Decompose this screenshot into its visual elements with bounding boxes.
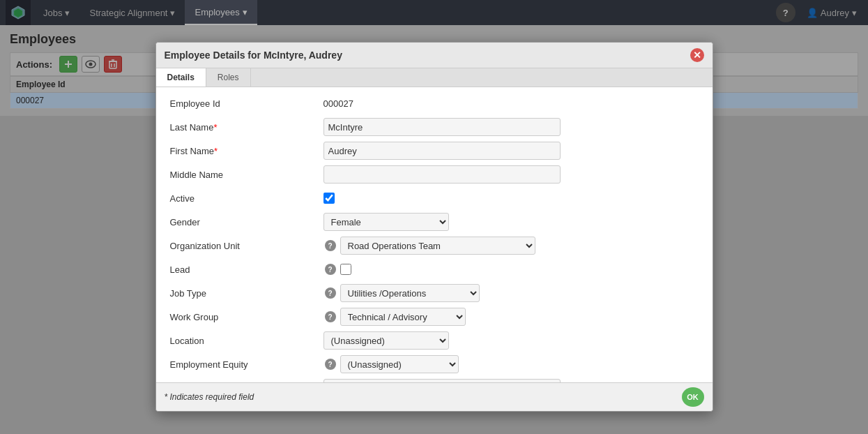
field-work-group: Work Group ? Technical / Advisory <box>170 308 699 326</box>
field-lead: Lead ? <box>170 260 699 278</box>
label-middle-name: Middle Name <box>170 170 323 180</box>
field-middle-name: Middle Name <box>170 165 699 184</box>
select-location[interactable]: (Unassigned) <box>323 331 449 350</box>
modal-title: Employee Details for McIntyre, Audrey <box>165 50 342 61</box>
select-gender[interactable]: Female Male Other <box>323 213 449 231</box>
field-last-name: Last Name* <box>170 118 699 136</box>
modal-body: Employee Id 000027 Last Name* First Name… <box>156 87 713 382</box>
tab-roles[interactable]: Roles <box>206 68 251 87</box>
checkbox-active[interactable] <box>323 193 335 204</box>
label-employment-equity: Employment Equity <box>170 359 323 370</box>
label-gender: Gender <box>170 217 323 227</box>
help-job-type-icon[interactable]: ? <box>325 287 336 299</box>
tab-details[interactable]: Details <box>156 68 206 87</box>
label-location: Location <box>170 336 323 346</box>
help-lead: ? <box>323 264 337 275</box>
input-last-name[interactable] <box>323 118 561 136</box>
help-org-unit: ? <box>323 240 337 251</box>
modal-footer: * Indicates required field OK <box>156 382 713 411</box>
help-employment-equity-icon[interactable]: ? <box>325 359 336 370</box>
label-last-name: Last Name* <box>170 122 323 133</box>
help-org-unit-icon[interactable]: ? <box>325 240 336 251</box>
label-job-type: Job Type <box>170 288 323 299</box>
modal-close-button[interactable]: ✕ <box>690 48 704 62</box>
label-lead: Lead <box>170 264 323 275</box>
field-location: Location (Unassigned) <box>170 331 699 350</box>
field-job-type: Job Type ? Utilities /Operations <box>170 284 699 302</box>
field-first-name: First Name* <box>170 142 699 160</box>
select-org-unit[interactable]: Road Operations Team <box>340 237 535 255</box>
help-employment-equity: ? <box>323 359 337 370</box>
modal-tabs: Details Roles <box>156 68 713 87</box>
value-employee-id: 000027 <box>323 98 353 109</box>
help-lead-icon[interactable]: ? <box>325 264 336 275</box>
label-active: Active <box>170 193 323 204</box>
label-first-name: First Name* <box>170 146 323 156</box>
help-work-group: ? <box>323 311 337 322</box>
modal-overlay: Employee Details for McIntyre, Audrey ✕ … <box>0 0 868 434</box>
input-first-name[interactable] <box>323 142 561 160</box>
select-employment-equity[interactable]: (Unassigned) <box>340 355 459 373</box>
employee-details-modal: Employee Details for McIntyre, Audrey ✕ … <box>155 42 713 412</box>
required-note: * Indicates required field <box>165 392 254 402</box>
field-org-unit: Organization Unit ? Road Operations Team <box>170 237 699 255</box>
input-middle-name[interactable] <box>323 165 561 184</box>
ok-button[interactable]: OK <box>682 387 704 407</box>
select-work-group[interactable]: Technical / Advisory <box>340 308 466 326</box>
help-job-type: ? <box>323 287 337 299</box>
field-employee-id: Employee Id 000027 <box>170 94 699 112</box>
field-active: Active <box>170 189 699 207</box>
select-job-type[interactable]: Utilities /Operations <box>340 284 480 302</box>
field-gender: Gender Female Male Other <box>170 213 699 231</box>
checkbox-lead[interactable] <box>340 264 351 275</box>
label-org-unit: Organization Unit <box>170 241 323 251</box>
help-work-group-icon[interactable]: ? <box>325 311 336 322</box>
modal-header: Employee Details for McIntyre, Audrey ✕ <box>156 43 713 68</box>
field-employment-equity: Employment Equity ? (Unassigned) <box>170 355 699 373</box>
label-employee-id: Employee Id <box>170 98 323 109</box>
label-work-group: Work Group <box>170 312 323 322</box>
